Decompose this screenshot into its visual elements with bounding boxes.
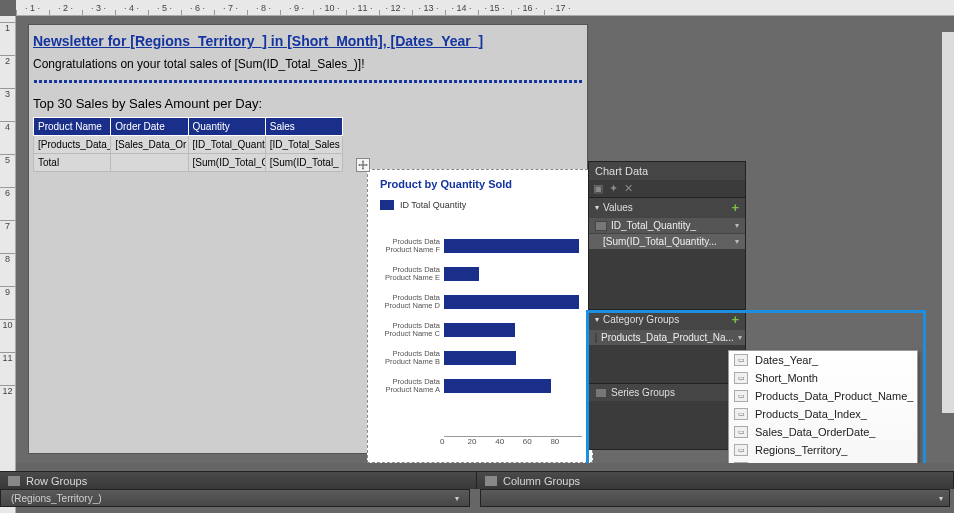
table-row[interactable]: Total[Sum(ID_Total_Q[Sum(ID_Total_ <box>34 154 343 172</box>
chart-body: Products Data Product Name FProducts Dat… <box>374 232 582 434</box>
values-label: Values <box>603 202 633 213</box>
context-menu-item[interactable]: ▭Short_Month <box>729 369 917 387</box>
panel-pin-icon[interactable]: ✦ <box>609 182 618 195</box>
chart-region[interactable]: Product by Quantity Sold ID Total Quanti… <box>367 169 593 463</box>
table-header[interactable]: Sales <box>265 118 342 136</box>
context-menu-item[interactable]: ▭Sales_Data_OrderDate_ <box>729 423 917 441</box>
table-cell[interactable]: [Sales_Data_Or <box>111 136 188 154</box>
x-tick: 40 <box>495 437 523 452</box>
design-canvas[interactable]: Newsletter for [Regions_Territory_] in [… <box>16 16 954 463</box>
field-context-menu[interactable]: ▭Dates_Year_▭Short_Month▭Products_Data_P… <box>728 350 918 463</box>
panel-collapse-icon[interactable]: ▣ <box>593 182 603 195</box>
horizontal-ruler: · 1 ·· 2 ·· 3 ·· 4 ·· 5 ·· 6 ·· 7 ·· 8 ·… <box>16 0 954 16</box>
move-handle-icon[interactable] <box>356 158 370 172</box>
table-cell[interactable]: Total <box>34 154 111 172</box>
context-menu-item[interactable]: ▭Products_Data_Product_Name_ <box>729 387 917 405</box>
column-groups-icon <box>485 476 497 486</box>
add-category-icon[interactable]: + <box>731 313 739 326</box>
bar-label: Products Data Product Name D <box>374 294 444 311</box>
field-icon: ▭ <box>734 372 748 384</box>
table-header[interactable]: Order Date <box>111 118 188 136</box>
context-menu-label: Short_Month <box>755 372 818 384</box>
table-header[interactable]: Product Name <box>34 118 111 136</box>
congrats-text[interactable]: Congratulations on your total sales of [… <box>29 55 587 77</box>
report-page[interactable]: Newsletter for [Regions_Territory_] in [… <box>28 24 588 454</box>
row-groups-icon <box>8 476 20 486</box>
row-groups-header[interactable]: Row Groups <box>0 471 477 489</box>
context-menu-item[interactable]: ▭Regions_Territory_ <box>729 441 917 459</box>
value-field-row[interactable]: ID_Total_Quantity_ ▾ <box>589 217 745 233</box>
sales-table[interactable]: Product NameOrder DateQuantitySales [Pro… <box>33 117 343 172</box>
context-menu-label: Products_Data_Index_ <box>755 408 867 420</box>
context-menu-label: Dates_Year_ <box>755 354 818 366</box>
chart-bar-row: Products Data Product Name E <box>374 260 582 288</box>
column-groups-header[interactable]: Column Groups <box>477 471 954 489</box>
panel-spacer <box>589 401 745 449</box>
context-menu-label: Sales_Data_OrderDate_ <box>755 426 875 438</box>
column-group-value[interactable]: ▾ <box>480 489 950 507</box>
chart-bar-row: Products Data Product Name C <box>374 316 582 344</box>
vertical-ruler: 123456789101112 <box>0 16 16 513</box>
collapse-arrow-icon[interactable]: ▾ <box>595 315 599 324</box>
x-tick: 60 <box>523 437 551 452</box>
table-cell[interactable]: [Sum(ID_Total_ <box>265 154 342 172</box>
context-menu-item[interactable]: ▭ID_Total_Sales_ <box>729 459 917 463</box>
right-scrollbar-area <box>942 32 954 413</box>
add-value-icon[interactable]: + <box>731 201 739 214</box>
row-group-value[interactable]: (Regions_Territory_) ▾ <box>0 489 470 507</box>
dropdown-icon[interactable]: ▾ <box>939 494 943 503</box>
table-cell[interactable]: [ID_Total_Sales <box>265 136 342 154</box>
dotted-divider <box>33 79 583 84</box>
table-cell[interactable]: [ID_Total_Quant <box>188 136 265 154</box>
bar-fill <box>444 379 551 393</box>
collapse-arrow-icon[interactable]: ▾ <box>595 203 599 212</box>
context-menu-label: Regions_Territory_ <box>755 444 847 456</box>
category-section-header[interactable]: ▾ Category Groups + <box>589 309 745 329</box>
field-icon: ▭ <box>734 354 748 366</box>
series-icon <box>595 388 607 398</box>
context-menu-item[interactable]: ▭Dates_Year_ <box>729 351 917 369</box>
bar-fill <box>444 323 515 337</box>
field-icon: ▭ <box>734 390 748 402</box>
values-section-header[interactable]: ▾ Values + <box>589 197 745 217</box>
field-icon: ▭ <box>734 444 748 456</box>
field-icon: ▭ <box>734 462 748 463</box>
report-title[interactable]: Newsletter for [Regions_Territory_] in [… <box>29 25 587 55</box>
category-field-row[interactable]: Products_Data_Product_Na... ▾ <box>589 329 745 345</box>
value-agg-row[interactable]: [Sum(ID_Total_Quantity... ▾ <box>589 233 745 249</box>
table-header[interactable]: Quantity <box>188 118 265 136</box>
context-menu-item[interactable]: ▭Products_Data_Index_ <box>729 405 917 423</box>
dropdown-icon[interactable]: ▾ <box>735 221 739 230</box>
table-cell[interactable]: [Sum(ID_Total_Q <box>188 154 265 172</box>
bar-label: Products Data Product Name A <box>374 378 444 395</box>
value-agg-label: [Sum(ID_Total_Quantity... <box>603 236 717 247</box>
category-label: Category Groups <box>603 314 679 325</box>
context-menu-label: ID_Total_Sales_ <box>755 462 835 463</box>
chart-bar-row: Products Data Product Name D <box>374 288 582 316</box>
category-field-label: Products_Data_Product_Na... <box>601 332 734 343</box>
chart-bar-row: Products Data Product Name A <box>374 372 582 400</box>
section-subhead[interactable]: Top 30 Sales by Sales Amount per Day: <box>29 94 587 115</box>
bar-fill <box>444 351 516 365</box>
bar-label: Products Data Product Name C <box>374 322 444 339</box>
dropdown-icon[interactable]: ▾ <box>455 494 459 503</box>
dropdown-icon[interactable]: ▾ <box>735 237 739 246</box>
row-groups-label: Row Groups <box>26 475 87 487</box>
value-field-label: ID_Total_Quantity_ <box>611 220 696 231</box>
field-icon <box>595 221 607 231</box>
series-section-header[interactable]: Series Groups <box>589 383 745 401</box>
field-icon: ▭ <box>734 408 748 420</box>
x-tick: 20 <box>468 437 496 452</box>
table-cell[interactable] <box>111 154 188 172</box>
table-cell[interactable]: [Products_Data_ <box>34 136 111 154</box>
x-tick: 0 <box>440 437 468 452</box>
x-tick: 80 <box>550 437 578 452</box>
chart-data-panel[interactable]: Chart Data ▣ ✦ ✕ ▾ Values + ID_Total_Qua… <box>588 161 746 450</box>
field-icon: ▭ <box>734 426 748 438</box>
groups-bar: Row Groups Column Groups <box>0 471 954 489</box>
panel-toolbar[interactable]: ▣ ✦ ✕ <box>589 180 745 197</box>
dropdown-icon[interactable]: ▾ <box>738 333 742 342</box>
table-row[interactable]: [Products_Data_[Sales_Data_Or[ID_Total_Q… <box>34 136 343 154</box>
legend-swatch <box>380 200 394 210</box>
panel-close-icon[interactable]: ✕ <box>624 182 633 195</box>
